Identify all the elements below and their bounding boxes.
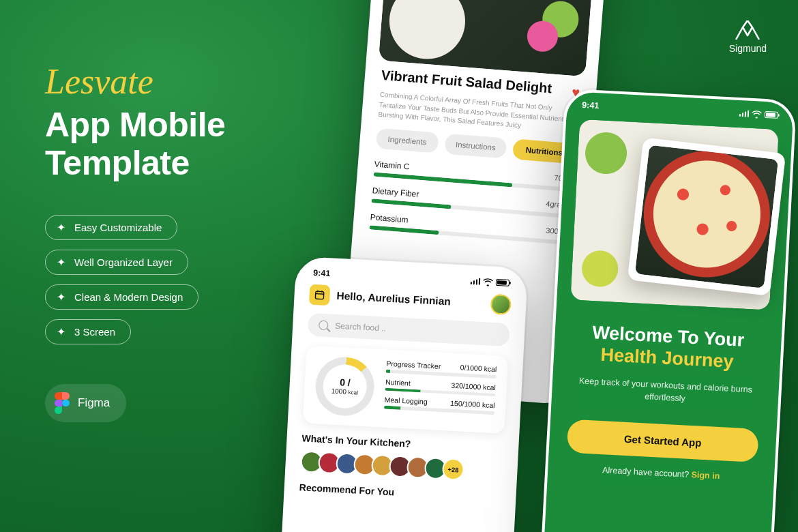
promo-headline: App MobileTemplate <box>45 106 225 182</box>
screen-welcome: 9:41 Welcome To YourHealth Journey Keep … <box>540 89 797 532</box>
welcome-heading: Welcome To YourHealth Journey <box>571 321 764 374</box>
wifi-icon <box>483 278 494 286</box>
signal-icon <box>470 278 480 285</box>
ingredient-more[interactable]: +28 <box>442 458 465 481</box>
tracker-row: Meal Logging150/1000 kcal <box>384 396 495 415</box>
wifi-icon <box>752 110 763 118</box>
figma-chip: Figma <box>45 384 126 422</box>
feature-layers: Well Organized Layer <box>45 250 188 275</box>
feature-design: Clean & Modern Design <box>45 284 198 310</box>
battery-icon <box>765 111 778 119</box>
brand-title: Lesvate <box>45 61 225 102</box>
status-bar: 9:41 <box>567 91 794 121</box>
status-time: 9:41 <box>313 268 331 278</box>
signal-icon <box>739 110 749 117</box>
battery-icon <box>496 279 509 286</box>
signin-link[interactable]: Sign in <box>691 470 720 481</box>
feature-list: Easy Customizable Well Organized Layer C… <box>45 215 225 354</box>
signin-row: Already have account? Sign in <box>548 462 774 484</box>
svg-line-1 <box>316 294 324 295</box>
nutrient-row: Vitamin C70mg <box>374 159 574 192</box>
tab-instructions[interactable]: Instructions <box>444 133 507 158</box>
get-started-button[interactable]: Get Started App <box>567 419 759 463</box>
calorie-ring: 0 /1000 kcal <box>314 355 375 417</box>
tab-ingredients[interactable]: Ingredients <box>376 128 439 153</box>
sparkle-icon <box>57 222 68 233</box>
nutrient-row: Potassium300mg <box>369 212 569 245</box>
tracker-row: Nutrient320/1000 kcal <box>385 377 496 396</box>
sigmund-icon <box>733 20 762 41</box>
tracker-row: Progress Tracker0/1000 kcal <box>386 359 497 379</box>
welcome-hero <box>570 119 778 310</box>
welcome-food-card <box>627 137 786 295</box>
avatar[interactable] <box>490 294 512 316</box>
status-time: 9:41 <box>582 100 600 110</box>
sigmund-brand: Sigmund <box>729 20 767 54</box>
sparkle-icon <box>57 292 68 303</box>
recipe-hero-image <box>379 0 595 76</box>
calendar-button[interactable] <box>309 284 331 306</box>
calendar-icon <box>314 289 325 301</box>
screen-dashboard: 9:41 Hello, Aurelius Finnian Search food… <box>271 256 528 532</box>
feature-customizable: Easy Customizable <box>45 215 177 240</box>
figma-icon <box>55 392 70 414</box>
sparkle-icon <box>57 257 68 268</box>
sparkle-icon <box>57 327 68 338</box>
search-icon <box>319 320 329 330</box>
svg-rect-0 <box>315 291 324 299</box>
welcome-subtitle: Keep track of your workouts and calorie … <box>573 374 758 409</box>
feature-screens: 3 Screen <box>45 319 131 344</box>
nutrient-row: Dietary Fiber4grams <box>371 186 571 218</box>
greeting: Hello, Aurelius Finnian <box>336 290 484 310</box>
progress-card: 0 /1000 kcal Progress Tracker0/1000 kcal… <box>303 346 509 434</box>
